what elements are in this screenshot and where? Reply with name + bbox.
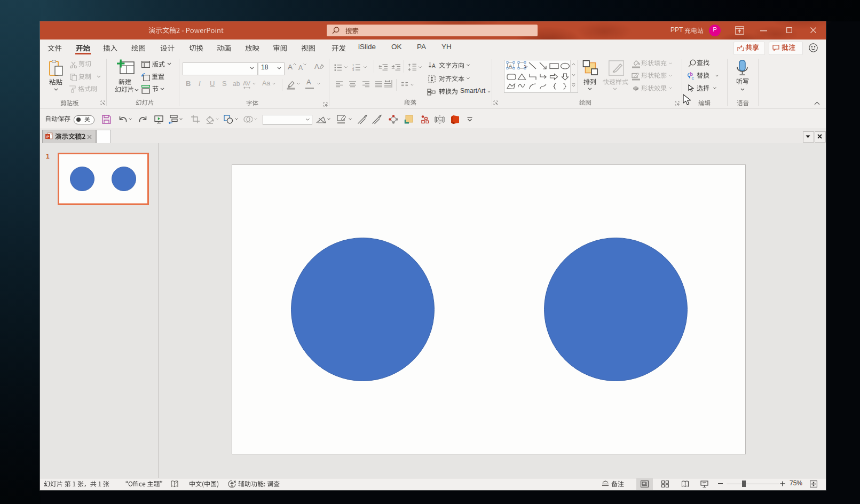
svg-text:A: A [523, 65, 529, 69]
svg-text:A: A [509, 63, 512, 69]
svg-text:P: P [46, 135, 50, 139]
svg-text:c: c [692, 75, 695, 81]
